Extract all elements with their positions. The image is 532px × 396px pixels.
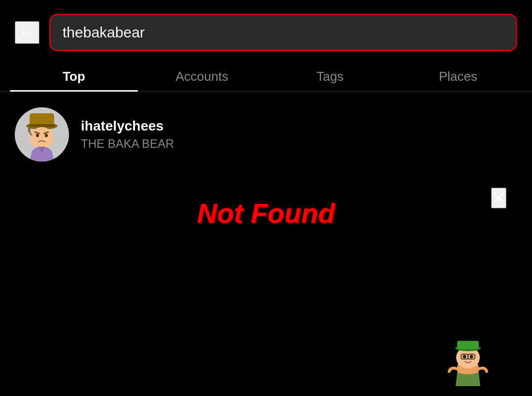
- tab-tags[interactable]: Tags: [266, 61, 394, 91]
- svg-point-6: [45, 134, 48, 137]
- svg-point-5: [36, 134, 39, 137]
- tab-top[interactable]: Top: [10, 61, 138, 91]
- svg-rect-12: [457, 341, 479, 349]
- results-section: ihatelychees THE BAKA BEAR: [0, 92, 532, 177]
- tabs-container: Top Accounts Tags Places: [0, 61, 532, 92]
- svg-point-4: [30, 127, 54, 149]
- clear-button[interactable]: ✕: [491, 188, 506, 208]
- search-input[interactable]: [49, 14, 517, 51]
- result-item[interactable]: ihatelychees THE BAKA BEAR: [10, 101, 522, 167]
- corner-character: [443, 337, 493, 386]
- avatar-image: [15, 107, 69, 162]
- corner-character-image: [443, 337, 493, 386]
- result-display-name: THE BAKA BEAR: [81, 137, 174, 151]
- search-bar-wrapper: [49, 14, 517, 51]
- tab-accounts[interactable]: Accounts: [138, 61, 266, 91]
- header: ← ✕: [0, 0, 532, 61]
- svg-rect-3: [29, 124, 55, 127]
- avatar: [15, 107, 69, 162]
- result-text: ihatelychees THE BAKA BEAR: [81, 118, 174, 151]
- result-username: ihatelychees: [81, 118, 174, 134]
- not-found-container: Not Found: [0, 177, 532, 249]
- back-button[interactable]: ←: [15, 21, 39, 44]
- svg-point-13: [463, 355, 466, 359]
- tab-places[interactable]: Places: [394, 61, 522, 91]
- svg-point-14: [470, 355, 473, 359]
- not-found-text: Not Found: [197, 197, 335, 229]
